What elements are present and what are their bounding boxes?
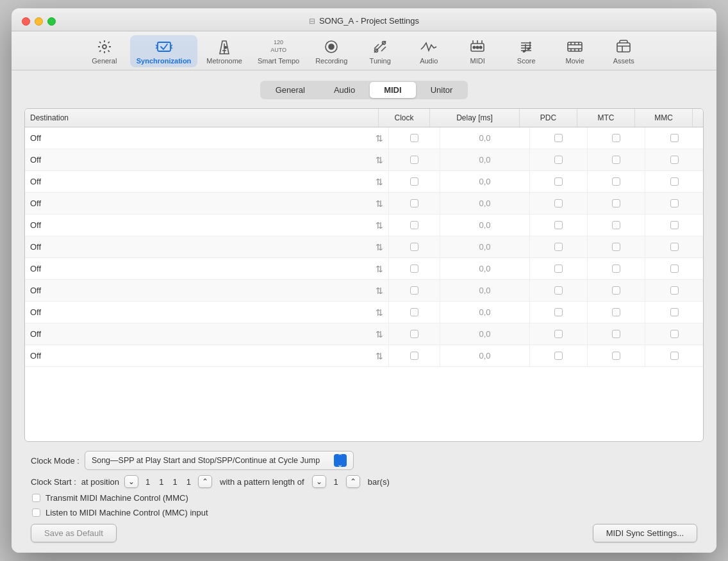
mtc-checkbox-3[interactable] <box>612 199 620 207</box>
td-mtc-1 <box>588 149 645 170</box>
pattern-down-btn[interactable]: ⌄ <box>312 475 326 488</box>
pattern-up-btn[interactable]: ⌃ <box>346 475 360 488</box>
destination-stepper-3[interactable]: ⇅ <box>376 199 383 209</box>
mtc-checkbox-7[interactable] <box>612 286 620 295</box>
position-down-btn[interactable]: ⌄ <box>124 475 138 488</box>
toolbar-item-tuning[interactable]: Tuning <box>357 35 403 67</box>
td-pdc-0 <box>530 127 588 149</box>
mmc-checkbox-0[interactable] <box>670 134 679 142</box>
destination-stepper-8[interactable]: ⇅ <box>376 307 383 318</box>
clock-checkbox-7[interactable] <box>410 286 418 295</box>
clock-checkbox-4[interactable] <box>410 221 418 229</box>
td-delay-9: 0,0 <box>440 323 530 345</box>
clock-checkbox-3[interactable] <box>410 199 418 207</box>
clock-checkbox-0[interactable] <box>410 134 418 142</box>
pdc-checkbox-4[interactable] <box>554 221 563 229</box>
td-clock-10 <box>389 345 440 366</box>
listen-mmc-checkbox[interactable] <box>32 508 40 517</box>
destination-stepper-5[interactable]: ⇅ <box>376 242 383 252</box>
clock-checkbox-10[interactable] <box>410 352 418 360</box>
pdc-checkbox-5[interactable] <box>554 243 563 251</box>
destination-stepper-6[interactable]: ⇅ <box>376 264 383 274</box>
mtc-checkbox-10[interactable] <box>612 352 620 360</box>
mmc-checkbox-7[interactable] <box>670 286 679 295</box>
td-mmc-0 <box>645 127 703 149</box>
clock-checkbox-1[interactable] <box>410 156 418 164</box>
mmc-checkbox-2[interactable] <box>670 177 679 186</box>
mtc-checkbox-0[interactable] <box>612 134 620 142</box>
tab-midi[interactable]: MIDI <box>370 82 415 98</box>
mmc-checkbox-5[interactable] <box>670 243 679 251</box>
toolbar-item-general[interactable]: General <box>81 35 128 67</box>
destination-stepper-1[interactable]: ⇅ <box>376 155 383 165</box>
mtc-checkbox-1[interactable] <box>612 156 620 164</box>
toolbar-item-movie[interactable]: Movie <box>552 35 598 67</box>
toolbar-item-synchronization[interactable]: Synchronization <box>130 35 198 67</box>
td-pdc-4 <box>530 215 588 236</box>
svg-point-5 <box>225 47 227 49</box>
mmc-checkbox-3[interactable] <box>670 199 679 207</box>
col-header-mtc: MTC <box>577 109 635 127</box>
transmit-mmc-checkbox[interactable] <box>32 494 40 502</box>
mtc-checkbox-9[interactable] <box>612 330 620 338</box>
clock-checkbox-5[interactable] <box>410 243 418 251</box>
mmc-checkbox-1[interactable] <box>670 156 679 164</box>
toolbar-item-metronome[interactable]: Metronome <box>200 35 249 67</box>
destination-stepper-7[interactable]: ⇅ <box>376 286 383 296</box>
clock-checkbox-8[interactable] <box>410 308 418 316</box>
chevron-down-icon3: ⌄ <box>316 477 322 486</box>
pdc-checkbox-9[interactable] <box>554 330 563 338</box>
toolbar-item-audio[interactable]: Audio <box>406 35 452 67</box>
pdc-checkbox-0[interactable] <box>554 134 563 142</box>
pdc-checkbox-1[interactable] <box>554 156 563 164</box>
mmc-checkbox-10[interactable] <box>670 352 679 360</box>
midi-icon <box>469 38 486 56</box>
toolbar-item-midi[interactable]: MIDI <box>454 35 500 67</box>
clock-checkbox-9[interactable] <box>410 330 418 338</box>
minimize-button[interactable] <box>35 17 43 26</box>
pdc-checkbox-2[interactable] <box>554 177 563 186</box>
pdc-checkbox-7[interactable] <box>554 286 563 295</box>
mtc-checkbox-5[interactable] <box>612 243 620 251</box>
toolbar-item-score[interactable]: Score <box>503 35 549 67</box>
td-mmc-1 <box>645 149 703 170</box>
mmc-checkbox-4[interactable] <box>670 221 679 229</box>
tab-general[interactable]: General <box>261 82 319 98</box>
clock-mode-value: Song—SPP at Play Start and Stop/SPP/Cont… <box>92 456 329 465</box>
pattern-value: 1 <box>331 477 341 487</box>
window-title: ⊟ SONG_A - Project Settings <box>22 16 706 26</box>
pdc-checkbox-10[interactable] <box>554 352 563 360</box>
position-up-btn[interactable]: ⌃ <box>198 475 212 488</box>
clock-checkbox-2[interactable] <box>410 177 418 186</box>
td-mmc-6 <box>645 258 703 279</box>
close-button[interactable] <box>22 17 30 26</box>
maximize-button[interactable] <box>47 17 56 26</box>
mmc-checkbox-9[interactable] <box>670 330 679 338</box>
mtc-checkbox-2[interactable] <box>612 177 620 186</box>
movie-icon <box>567 38 583 56</box>
pdc-checkbox-8[interactable] <box>554 308 563 316</box>
destination-stepper-4[interactable]: ⇅ <box>376 220 383 231</box>
pdc-checkbox-3[interactable] <box>554 199 563 207</box>
midi-sync-button[interactable]: MIDI Sync Settings... <box>593 524 697 542</box>
toolbar-item-recording[interactable]: Recording <box>308 35 354 67</box>
toolbar-item-smart-tempo[interactable]: 120AUTO Smart Tempo <box>251 35 306 67</box>
mtc-checkbox-8[interactable] <box>612 308 620 316</box>
mtc-checkbox-6[interactable] <box>612 264 620 273</box>
mmc-checkbox-6[interactable] <box>670 264 679 273</box>
destination-stepper-0[interactable]: ⇅ <box>376 133 383 143</box>
toolbar-item-assets[interactable]: Assets <box>600 35 647 67</box>
td-destination-1: Off ⇅ <box>25 149 389 170</box>
clock-mode-arrow[interactable]: ⌃⌄ <box>334 454 347 467</box>
destination-stepper-2[interactable]: ⇅ <box>376 177 383 187</box>
pdc-checkbox-6[interactable] <box>554 264 563 273</box>
destination-stepper-9[interactable]: ⇅ <box>376 329 383 339</box>
destination-stepper-10[interactable]: ⇅ <box>376 351 383 361</box>
tab-unitor[interactable]: Unitor <box>417 82 467 98</box>
mmc-checkbox-8[interactable] <box>670 308 679 316</box>
clock-mode-dropdown[interactable]: Song—SPP at Play Start and Stop/SPP/Cont… <box>85 451 354 470</box>
tab-audio[interactable]: Audio <box>320 82 369 98</box>
clock-checkbox-6[interactable] <box>410 264 418 273</box>
mtc-checkbox-4[interactable] <box>612 221 620 229</box>
save-default-button[interactable]: Save as Default <box>31 524 117 542</box>
